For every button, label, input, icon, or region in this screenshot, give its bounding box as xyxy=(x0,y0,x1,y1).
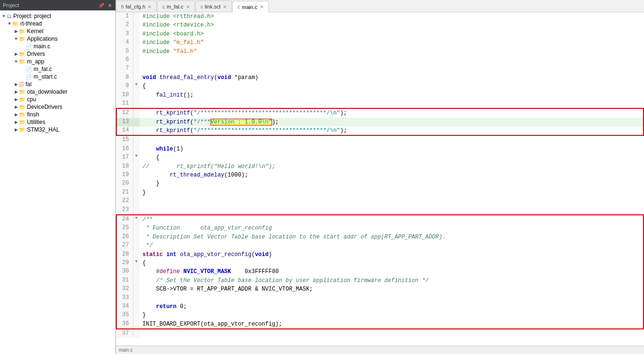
table-row: 1 #include <rtthread.h> xyxy=(116,12,644,21)
tree-item-applications[interactable]: ▼ 📁 Applications xyxy=(0,35,115,43)
tab-close-icon[interactable]: ✕ xyxy=(223,4,227,9)
status-text: main.c xyxy=(119,347,132,353)
tree-item-devicedrivers[interactable]: ▶ 📁 DeviceDrivers xyxy=(0,103,115,111)
code-content: fal_init(); xyxy=(140,91,644,99)
code-editor[interactable]: 1 #include <rtthread.h> 2 #include <rtde… xyxy=(116,12,644,345)
tree-item-m-fal-c[interactable]: 📄 m_fal.c xyxy=(0,65,115,73)
collapse-marker[interactable]: ▼ xyxy=(133,259,140,267)
collapse-marker xyxy=(133,329,140,338)
project-label: Project: project xyxy=(13,13,51,19)
tab-close-icon[interactable]: ✕ xyxy=(260,4,264,9)
expand-icon: ▶ xyxy=(13,105,19,109)
folder-icon: 📁 xyxy=(19,89,26,95)
tab-main-c-label: main.c xyxy=(242,4,257,10)
tab-icon-h: h xyxy=(121,4,124,9)
tab-m-fal[interactable]: c m_fal.c ✕ xyxy=(157,0,194,12)
table-row: 36 INIT_BOARD_EXPORT(ota_app_vtor_reconf… xyxy=(116,320,644,329)
tab-close-icon[interactable]: ✕ xyxy=(148,4,151,9)
tab-close-icon[interactable]: ✕ xyxy=(186,4,190,9)
bottom-bar: main.c xyxy=(116,345,644,354)
line-number: 9 xyxy=(116,82,133,90)
folder-icon: 📁 xyxy=(19,36,26,42)
code-content xyxy=(140,64,644,73)
tree-item-project-root[interactable]: ▼ 🗂 Project: project xyxy=(0,12,115,20)
code-content: SCB->VTOR = RT_APP_PART_ADDR & NVIC_VTOR… xyxy=(140,285,644,293)
table-row: 27 */ xyxy=(116,241,644,250)
collapse-marker xyxy=(133,145,140,153)
expand-icon: ▶ xyxy=(13,29,19,34)
tab-bar: h fal_cfg.h ✕ c m_fal.c ✕ s link.sct ✕ c… xyxy=(116,0,644,12)
line-number: 7 xyxy=(116,64,133,73)
tab-main-c[interactable]: c main.c ✕ xyxy=(232,1,268,12)
line-number: 30 xyxy=(116,267,133,276)
utilities-label: Utilities xyxy=(27,119,45,125)
line-number: 22 xyxy=(116,197,133,205)
expand-icon: ▶ xyxy=(13,127,19,132)
line-number: 21 xyxy=(116,188,133,197)
table-row: 34 return 0; xyxy=(116,302,644,311)
expand-icon: ▶ xyxy=(13,52,19,56)
collapse-marker xyxy=(133,135,140,144)
tree-item-fal[interactable]: ▶ 🖼 fal xyxy=(0,80,115,88)
code-content: rt_kprintf("/***************************… xyxy=(140,126,644,135)
line-number: 19 xyxy=(116,171,133,179)
table-row: 13 rt_kprintf("/***Version : 1.0.0\n"); xyxy=(116,118,644,126)
code-content xyxy=(140,329,644,338)
expand-icon: ▼ xyxy=(13,59,19,64)
tab-fal-cfg[interactable]: h fal_cfg.h ✕ xyxy=(116,0,157,12)
tree-item-utilities[interactable]: ▶ 📁 Utilities xyxy=(0,118,115,126)
collapse-marker xyxy=(133,91,140,99)
table-row: 14 rt_kprintf("/************************… xyxy=(116,126,644,135)
collapse-marker xyxy=(133,206,140,215)
collapse-marker xyxy=(133,38,140,47)
tab-link-sct[interactable]: s link.sct ✕ xyxy=(195,0,232,12)
m-start-c-label: m_start.c xyxy=(34,73,57,80)
fal-label: fal xyxy=(26,81,32,88)
tree-item-finsh[interactable]: ▶ 📁 finsh xyxy=(0,111,115,118)
stm32-hal-label: STM32_HAL xyxy=(27,126,60,133)
file-c-icon: 📄 xyxy=(26,66,32,72)
collapse-marker xyxy=(133,21,140,29)
table-row: 5 #include "fal.h" xyxy=(116,47,644,56)
collapse-marker xyxy=(133,250,140,259)
tree-item-m-start-c[interactable]: 📄 m_start.c xyxy=(0,73,115,80)
folder-icon: 📁 xyxy=(19,51,26,57)
rt-thread-label: rt-thread xyxy=(20,20,42,27)
tree-item-cpu[interactable]: ▶ 📁 cpu xyxy=(0,96,115,103)
pin-icon[interactable]: 📌 xyxy=(97,2,105,9)
tree-item-stm32-hal[interactable]: ▶ 📁 STM32_HAL xyxy=(0,126,115,133)
code-content xyxy=(140,197,644,205)
folder-icon: 📁 xyxy=(19,119,26,125)
folder-icon: 📁 xyxy=(12,21,19,27)
code-content: #include <rtthread.h> xyxy=(140,12,644,21)
tree-item-kernel[interactable]: ▶ 📁 Kernel xyxy=(0,27,115,35)
collapse-marker[interactable]: ▼ xyxy=(133,215,140,224)
line-number: 27 xyxy=(116,241,133,250)
close-icon[interactable]: ✕ xyxy=(107,2,113,9)
line-number: 35 xyxy=(116,311,133,319)
tree-item-m-app[interactable]: ▼ 📁 m_app xyxy=(0,58,115,65)
tab-icon-c: c xyxy=(238,4,240,9)
line-number: 33 xyxy=(116,294,133,302)
line-number: 5 xyxy=(116,47,133,56)
code-content: rt_kprintf("/***Version : 1.0.0\n"); xyxy=(140,118,644,126)
folder-icon: 📁 xyxy=(19,97,26,103)
collapse-marker[interactable]: ▼ xyxy=(133,153,140,162)
table-row: 10 fal_init(); xyxy=(116,91,644,99)
tree-item-drivers[interactable]: ▶ 📁 Drivers xyxy=(0,50,115,58)
collapse-marker[interactable]: ▼ xyxy=(133,82,140,90)
line-number: 6 xyxy=(116,56,133,64)
m-app-label: m_app xyxy=(27,58,44,65)
tree-item-rt-thread[interactable]: ▼ 📁 rt-thread xyxy=(0,20,115,27)
table-row: 35 } xyxy=(116,311,644,319)
table-row: 29 ▼ { xyxy=(116,259,644,267)
code-content: } xyxy=(140,179,644,188)
file-c-icon: 📄 xyxy=(26,44,32,50)
code-content: return 0; xyxy=(140,302,644,311)
tree-item-main-c[interactable]: 📄 main.c xyxy=(0,43,115,50)
collapse-marker xyxy=(133,224,140,232)
code-content: */ xyxy=(140,241,644,250)
folder-icon: 🖼 xyxy=(19,81,24,87)
tree-item-ota-downloader[interactable]: ▶ 📁 ota_downloader xyxy=(0,88,115,96)
line-number: 8 xyxy=(116,73,133,82)
